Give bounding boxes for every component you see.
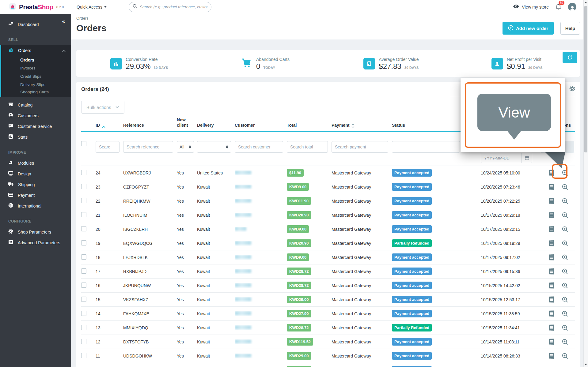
customer-name-blurred[interactable] <box>235 354 251 358</box>
table-row[interactable]: 24 UXWRGBDRJ Yes United States $11.90 Ma… <box>81 166 575 180</box>
view-my-store-link[interactable]: View my store <box>513 4 549 9</box>
filter-delivery-select[interactable] <box>197 141 231 153</box>
sidebar-item-dashboard[interactable]: Dashboard <box>0 19 71 30</box>
table-row[interactable]: 13 MMIXIYQDQ Yes Kuwait KWD28.72 Masterc… <box>81 321 575 335</box>
table-row[interactable]: 22 RREIQHKMW Yes Kuwait KWD11.90 Masterc… <box>81 194 575 208</box>
refresh-kpi-button[interactable] <box>563 52 577 63</box>
sidebar-subitem-invoices[interactable]: Invoices <box>1 64 71 72</box>
column-header-total[interactable]: Total <box>287 123 332 128</box>
sidebar-item-catalog[interactable]: Catalog <box>0 99 71 110</box>
customer-name-blurred[interactable] <box>235 297 251 301</box>
invoice-document-icon[interactable] <box>548 268 555 275</box>
quick-access-menu[interactable]: Quick Access <box>77 5 107 9</box>
table-row[interactable]: 10 PSDOLKUZO Yes Kuwait KWD18.90 Masterc… <box>81 363 575 367</box>
invoice-document-icon[interactable] <box>548 296 555 303</box>
help-button[interactable]: Help <box>560 22 580 35</box>
customer-name-blurred[interactable] <box>235 199 251 203</box>
filter-new-client-select[interactable]: All <box>177 141 194 153</box>
column-header-customer[interactable]: Customer <box>235 123 287 128</box>
view-order-icon[interactable] <box>562 296 568 303</box>
add-new-order-button[interactable]: Add new order <box>503 22 554 35</box>
calendar-icon[interactable] <box>522 153 532 163</box>
bulk-actions-button[interactable]: Bulk actions <box>81 101 124 114</box>
sidebar-item-advanced-parameters[interactable]: Advanced Parameters <box>0 237 71 248</box>
sidebar-subitem-shopping-carts[interactable]: Shopping Carts <box>1 89 71 97</box>
scrollbar-thumb[interactable] <box>584 6 587 152</box>
invoice-document-icon[interactable] <box>548 338 555 345</box>
row-checkbox[interactable] <box>81 283 86 288</box>
customer-name-blurred[interactable] <box>235 241 251 245</box>
customer-name-blurred[interactable] <box>235 283 251 287</box>
search-input[interactable] <box>140 5 207 9</box>
panel-settings-gear-icon[interactable] <box>569 86 575 93</box>
customer-name-blurred[interactable] <box>235 325 251 329</box>
table-row[interactable]: 20 IBGCZKLRH Yes Kuwait KWD9.00 Masterca… <box>81 222 575 236</box>
sidebar-subitem-credit-slips[interactable]: Credit Slips <box>1 72 71 81</box>
view-order-icon[interactable] <box>562 282 568 289</box>
user-avatar[interactable] <box>568 3 576 11</box>
view-order-icon[interactable] <box>562 254 568 261</box>
view-order-icon[interactable] <box>562 339 568 345</box>
sidebar-item-international[interactable]: International <box>0 200 71 211</box>
prestashop-logo[interactable]: PrestaShop 8.2.0 <box>0 2 71 12</box>
sidebar-item-customer-service[interactable]: Customer Service <box>0 121 71 132</box>
row-checkbox[interactable] <box>81 325 86 330</box>
sidebar-item-modules[interactable]: Modules <box>0 158 71 168</box>
row-checkbox[interactable] <box>81 268 86 274</box>
view-order-icon[interactable] <box>562 310 568 317</box>
invoice-document-icon[interactable] <box>548 254 555 261</box>
column-header-reference[interactable]: Reference <box>123 123 177 128</box>
customer-name-blurred[interactable] <box>235 185 251 189</box>
vertical-scrollbar[interactable] <box>583 0 588 367</box>
invoice-document-icon[interactable] <box>548 212 555 219</box>
filter-id-input[interactable] <box>96 141 119 153</box>
row-checkbox[interactable] <box>81 170 86 175</box>
view-order-icon[interactable] <box>562 324 568 331</box>
customer-name-blurred[interactable] <box>235 170 251 174</box>
invoice-document-icon[interactable] <box>548 324 555 331</box>
sidebar-item-shipping[interactable]: Shipping <box>0 179 71 190</box>
invoice-document-icon[interactable] <box>548 352 555 359</box>
customer-name-blurred[interactable] <box>235 213 251 217</box>
invoice-document-icon[interactable] <box>548 183 555 190</box>
filter-payment-input[interactable] <box>332 141 388 153</box>
table-row[interactable]: 14 FAHKQMJXE Yes Kuwait KWD27.90 Masterc… <box>81 307 575 321</box>
table-row[interactable]: 21 ILOCHNUIM Yes Kuwait KWD20.90 Masterc… <box>81 208 575 222</box>
chevron-up-icon[interactable] <box>62 48 66 53</box>
filter-customer-input[interactable] <box>235 141 283 153</box>
table-row[interactable]: 16 JKPUNQUNW Yes Kuwait KWD28.72 Masterc… <box>81 279 575 293</box>
row-checkbox[interactable] <box>81 240 86 245</box>
invoice-document-icon[interactable] <box>548 240 555 247</box>
customer-name-blurred[interactable] <box>235 255 251 259</box>
row-checkbox[interactable] <box>81 212 86 217</box>
sidebar-item-stats[interactable]: Stats <box>0 132 71 142</box>
scroll-down-arrow-icon[interactable] <box>585 364 587 365</box>
column-header-payment[interactable]: Payment <box>332 123 392 128</box>
table-row[interactable]: 17 RXBNIJPJD Yes Kuwait KWD28.72 Masterc… <box>81 264 575 279</box>
customer-name-blurred[interactable] <box>235 269 251 273</box>
column-header-id[interactable]: ID <box>96 123 123 128</box>
row-checkbox[interactable] <box>81 198 86 203</box>
sidebar-collapse-button[interactable]: « <box>62 18 64 24</box>
column-header-new-client[interactable]: New client <box>177 117 197 128</box>
sidebar-item-payment[interactable]: Payment <box>0 190 71 200</box>
view-order-icon[interactable] <box>562 198 568 204</box>
view-order-icon[interactable] <box>562 212 568 219</box>
row-checkbox[interactable] <box>81 184 86 189</box>
filter-status-input[interactable] <box>392 141 460 153</box>
row-checkbox[interactable] <box>81 311 86 316</box>
invoice-document-icon[interactable] <box>548 310 555 317</box>
sidebar-subitem-delivery-slips[interactable]: Delivery Slips <box>1 81 71 89</box>
view-order-icon[interactable] <box>562 268 568 275</box>
customer-name-blurred[interactable] <box>235 227 246 231</box>
table-row[interactable]: 12 DXTSTCFYB Yes Kuwait KWD119.52 Master… <box>81 335 575 349</box>
customer-name-blurred[interactable] <box>235 311 251 315</box>
row-checkbox[interactable] <box>81 297 86 302</box>
row-checkbox[interactable] <box>81 353 86 358</box>
sidebar-item-customers[interactable]: Customers <box>0 110 71 121</box>
table-row[interactable]: 23 CZFOGPYZT Yes Kuwait KWD9.00 Masterca… <box>81 180 575 194</box>
row-checkbox[interactable] <box>81 226 86 231</box>
view-order-icon[interactable] <box>562 240 568 247</box>
sidebar-item-orders[interactable]: Orders <box>1 45 71 56</box>
table-row[interactable]: 19 EQXWGDQCG Yes Kuwait KWD20.90 Masterc… <box>81 236 575 250</box>
